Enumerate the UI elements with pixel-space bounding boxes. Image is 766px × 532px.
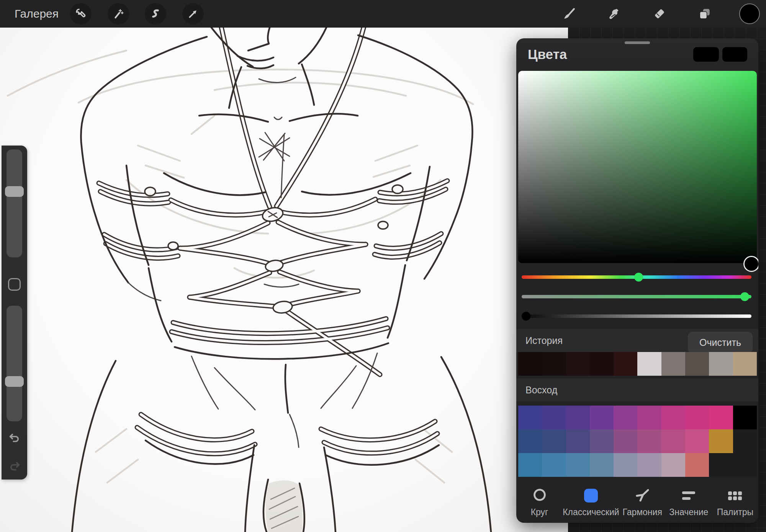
palette-section-header: Восход — [516, 378, 758, 401]
history-swatch[interactable] — [709, 352, 733, 376]
undo-icon — [8, 432, 21, 446]
current-color-button[interactable] — [739, 3, 760, 24]
brush-opacity-handle[interactable] — [5, 376, 24, 387]
modify-button[interactable] — [8, 278, 21, 291]
classic-icon — [584, 489, 598, 503]
brush-size-handle[interactable] — [5, 186, 24, 197]
palette-swatch[interactable] — [518, 406, 542, 429]
erase-tool-button[interactable] — [648, 3, 670, 25]
palette-swatch[interactable] — [590, 429, 614, 453]
tab-label: Круг — [531, 507, 548, 517]
history-swatch[interactable] — [637, 352, 661, 376]
history-swatches — [518, 352, 757, 376]
top-toolbar: Галерея — [0, 0, 766, 28]
wrench-icon — [75, 8, 87, 20]
palette-swatch[interactable] — [614, 453, 637, 477]
palette-swatch[interactable] — [733, 453, 757, 477]
palette-name-label: Восход — [525, 385, 557, 396]
tab-label: Гармония — [623, 507, 662, 517]
disc-icon — [532, 488, 547, 504]
palette-swatch[interactable] — [590, 406, 614, 429]
palette-swatch[interactable] — [590, 453, 614, 477]
actions-button[interactable] — [70, 3, 92, 25]
palette-swatch[interactable] — [661, 429, 685, 453]
transform-arrow-icon — [187, 8, 199, 20]
palette-swatch[interactable] — [709, 453, 733, 477]
drawing-canvas[interactable] — [0, 28, 568, 532]
tab-label: Классический — [563, 507, 619, 517]
history-label: История — [525, 335, 563, 346]
palette-swatches — [518, 406, 757, 477]
palette-swatch[interactable] — [542, 429, 566, 453]
value-icon — [682, 491, 695, 500]
smudge-finger-icon — [607, 7, 620, 20]
brush-tool-button[interactable] — [558, 3, 580, 25]
hue-knob[interactable] — [634, 273, 643, 282]
palette-swatch[interactable] — [518, 429, 542, 453]
palette-swatch[interactable] — [709, 429, 733, 453]
palette-swatch[interactable] — [518, 453, 542, 477]
transform-button[interactable] — [182, 3, 204, 25]
harmony-icon — [635, 487, 650, 504]
redo-button[interactable] — [7, 460, 22, 475]
clear-history-button[interactable]: Очистить — [688, 332, 753, 354]
saturation-slider[interactable] — [522, 295, 751, 298]
history-swatch[interactable] — [566, 352, 590, 376]
palette-swatch[interactable] — [709, 406, 733, 429]
history-swatch[interactable] — [733, 352, 757, 376]
adjustments-button[interactable] — [108, 3, 129, 25]
selection-button[interactable] — [145, 3, 166, 25]
palette-swatch[interactable] — [614, 429, 637, 453]
tab-harmony[interactable]: Гармония — [619, 483, 666, 523]
brush-sidebar — [2, 146, 27, 480]
brush-opacity-slider[interactable] — [7, 306, 22, 421]
tab-classic[interactable]: Классический — [563, 483, 619, 523]
palette-swatch[interactable] — [733, 429, 757, 453]
tab-label: Палитры — [717, 507, 753, 517]
palette-swatch[interactable] — [685, 429, 709, 453]
palette-swatch[interactable] — [661, 406, 685, 429]
history-swatch[interactable] — [685, 352, 709, 376]
panel-drag-handle[interactable] — [625, 41, 650, 44]
palette-swatch[interactable] — [685, 406, 709, 429]
saturation-brightness-square[interactable] — [518, 71, 757, 263]
palette-swatch[interactable] — [566, 453, 590, 477]
palettes-grid-icon — [728, 491, 742, 500]
saturation-knob[interactable] — [740, 292, 749, 301]
palette-swatch[interactable] — [637, 406, 661, 429]
history-swatch[interactable] — [518, 352, 542, 376]
history-swatch[interactable] — [542, 352, 566, 376]
layers-icon — [698, 7, 711, 20]
color-compare-swatch-previous[interactable] — [722, 47, 747, 62]
history-swatch[interactable] — [614, 352, 637, 376]
tab-value[interactable]: Значение — [666, 483, 712, 523]
tab-disc[interactable]: Круг — [516, 483, 563, 523]
gallery-button[interactable]: Галерея — [15, 7, 59, 20]
history-swatch[interactable] — [590, 352, 614, 376]
layers-button[interactable] — [694, 3, 715, 25]
brightness-slider[interactable] — [522, 314, 751, 318]
palette-swatch[interactable] — [566, 429, 590, 453]
canvas-artwork — [0, 28, 568, 532]
undo-button[interactable] — [7, 431, 22, 447]
palette-swatch[interactable] — [542, 406, 566, 429]
tab-label: Значение — [669, 507, 708, 517]
palette-swatch[interactable] — [685, 453, 709, 477]
color-compare-swatch-current[interactable] — [693, 47, 719, 62]
palette-swatch[interactable] — [542, 453, 566, 477]
palette-swatch[interactable] — [614, 406, 637, 429]
palette-swatch[interactable] — [566, 406, 590, 429]
palette-swatch[interactable] — [637, 429, 661, 453]
brightness-knob[interactable] — [522, 312, 530, 321]
picker-mode-tabs: Круг Классический Гармония Значение — [516, 483, 758, 523]
history-swatch[interactable] — [661, 352, 685, 376]
tab-palettes[interactable]: Палитры — [712, 483, 758, 523]
palette-swatch[interactable] — [733, 406, 757, 429]
brush-size-slider[interactable] — [7, 149, 22, 257]
smudge-tool-button[interactable] — [603, 3, 624, 25]
palette-swatch[interactable] — [661, 453, 685, 477]
brush-icon — [563, 7, 576, 20]
palette-swatch[interactable] — [637, 453, 661, 477]
colors-panel: Цвета История Очистить Восход — [516, 38, 758, 523]
square-selection-knob[interactable] — [743, 256, 758, 272]
